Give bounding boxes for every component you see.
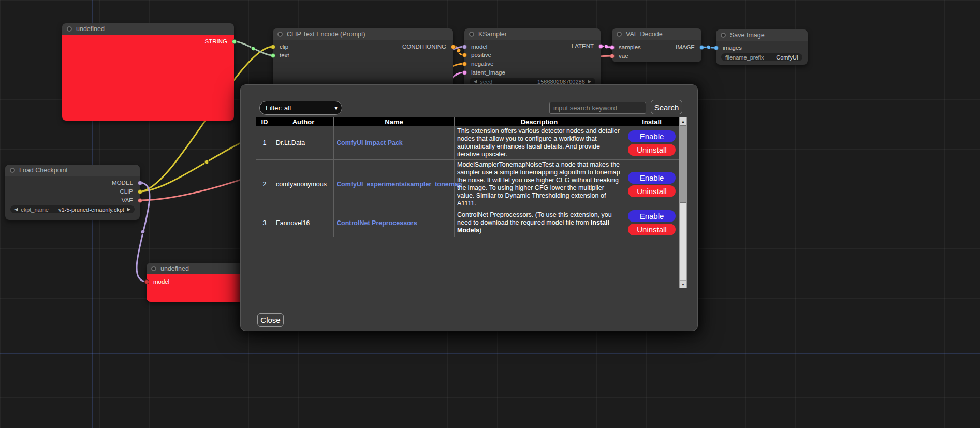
output-port-image[interactable] (699, 45, 704, 50)
widget-value: v1-5-pruned-emaonly.ckpt (58, 206, 124, 213)
output-port-model[interactable] (138, 181, 142, 185)
widget-label: ckpt_name (21, 206, 49, 213)
decrement-arrow-icon[interactable]: ◀ (474, 80, 477, 84)
enable-button[interactable]: Enable (628, 210, 676, 222)
header-id: ID (256, 117, 273, 126)
node-title-bar[interactable]: VAE Decode (612, 28, 701, 40)
previous-arrow-icon[interactable]: ◀ (14, 208, 18, 212)
port-label-vae: vae (619, 53, 628, 59)
extension-id: 1 (256, 126, 273, 160)
extension-link[interactable]: ComfyUI_experiments/sampler_tonemap (337, 181, 462, 188)
search-input[interactable] (549, 102, 646, 114)
enable-button[interactable]: Enable (628, 130, 676, 142)
ckpt-name-widget[interactable]: ◀ ckpt_name v1-5-pruned-emaonly.ckpt ▶ (10, 205, 135, 213)
input-port-vae[interactable] (610, 54, 615, 58)
extension-author: Fannovel16 (273, 209, 334, 237)
output-port-clip[interactable] (138, 189, 142, 194)
link-dot (251, 47, 255, 51)
extension-id: 3 (256, 209, 273, 237)
output-port-latent[interactable] (598, 44, 603, 49)
node-title: Save Image (730, 32, 765, 39)
uninstall-button[interactable]: Uninstall (628, 224, 676, 235)
node-title-bar[interactable]: undefined (62, 23, 234, 35)
input-port-samples[interactable] (610, 45, 615, 50)
node-title: VAE Decode (626, 31, 663, 38)
node-title: CLIP Text Encode (Prompt) (287, 31, 365, 38)
input-port-clip[interactable] (271, 45, 275, 49)
extension-link[interactable]: ComfyUI Impact Pack (337, 139, 403, 146)
link-dot (457, 49, 461, 53)
extension-author: Dr.Lt.Data (273, 126, 334, 160)
search-button[interactable]: Search (651, 100, 682, 114)
extension-name-cell: ControlNet Preprocessors (334, 209, 455, 237)
node-title: undefined (160, 265, 189, 272)
extension-name-cell: ComfyUI Impact Pack (334, 126, 455, 160)
node-save-image[interactable]: Save Image images filename_prefix ComfyU… (716, 29, 808, 65)
extension-name-cell: ComfyUI_experiments/sampler_tonemap (334, 160, 455, 209)
extension-row: 3Fannovel16ControlNet PreprocessorsContr… (256, 209, 680, 237)
output-port-string[interactable] (232, 39, 237, 44)
node-load-checkpoint[interactable]: Load Checkpoint MODEL CLIP VAE ◀ ckpt_na… (5, 165, 140, 220)
uninstall-button[interactable]: Uninstall (628, 185, 676, 197)
enable-button[interactable]: Enable (628, 172, 676, 184)
input-port-model[interactable] (144, 279, 149, 284)
filter-select[interactable]: Filter: all (259, 101, 342, 115)
port-label-negative: negative (471, 61, 493, 67)
link-dot (141, 230, 145, 234)
close-button[interactable]: Close (257, 313, 284, 327)
extension-manager-dialog: Filter: all ▾ Search ID Author Name Desc… (240, 84, 698, 331)
input-port-negative[interactable] (462, 62, 467, 66)
input-port-text[interactable] (271, 53, 275, 58)
input-port-latent-image[interactable] (462, 70, 467, 75)
input-port-model[interactable] (462, 45, 467, 49)
port-label-image: IMAGE (676, 44, 695, 50)
collapse-dot-icon[interactable] (617, 32, 622, 37)
port-label-samples: samples (619, 44, 641, 50)
extension-author: comfyanonymous (273, 160, 334, 209)
port-label-model: model (153, 278, 169, 285)
node-title-bar[interactable]: KSampler (464, 28, 601, 40)
port-label-model: model (471, 43, 487, 50)
next-arrow-icon[interactable]: ▶ (127, 208, 130, 212)
header-name: Name (334, 117, 455, 126)
link-dot (604, 45, 608, 49)
scrollbar[interactable]: ▲ ▼ (679, 117, 687, 288)
node-title-bar[interactable]: Load Checkpoint (5, 165, 140, 176)
node-vae-decode[interactable]: VAE Decode samples vae IMAGE (612, 28, 701, 62)
increment-arrow-icon[interactable]: ▶ (588, 80, 591, 84)
collapse-dot-icon[interactable] (67, 26, 72, 32)
extension-install-cell: EnableUninstall (624, 209, 680, 237)
node-title-bar[interactable]: CLIP Text Encode (Prompt) (273, 28, 453, 40)
scroll-up-button[interactable]: ▲ (680, 117, 686, 125)
port-label-positive: positive (471, 52, 491, 58)
collapse-dot-icon[interactable] (151, 266, 156, 271)
port-label-conditioning: CONDITIONING (402, 43, 446, 50)
port-label-text: text (280, 52, 289, 58)
scroll-down-button[interactable]: ▼ (680, 280, 686, 288)
node-title: undefined (76, 25, 105, 33)
port-label-clip: clip (280, 43, 288, 50)
input-port-positive[interactable] (462, 53, 467, 57)
filename-prefix-widget[interactable]: filename_prefix ComfyUI (721, 53, 802, 61)
scroll-thumb[interactable] (680, 125, 686, 203)
port-label-images: images (723, 45, 742, 51)
output-port-conditioning[interactable] (451, 45, 456, 49)
node-title-bar[interactable]: Save Image (716, 29, 808, 41)
extension-link[interactable]: ControlNet Preprocessors (337, 219, 417, 227)
node-clip-text-encode[interactable]: CLIP Text Encode (Prompt) clip text COND… (273, 28, 453, 91)
collapse-dot-icon[interactable] (10, 168, 15, 173)
scroll-track[interactable] (680, 125, 686, 280)
header-description: Description (455, 117, 624, 126)
link-dot (204, 160, 209, 164)
port-label-string: STRING (205, 38, 227, 45)
uninstall-button[interactable]: Uninstall (628, 144, 676, 156)
node-undefined-top[interactable]: undefined STRING (62, 23, 234, 121)
collapse-dot-icon[interactable] (469, 32, 474, 37)
input-port-images[interactable] (714, 46, 719, 50)
output-port-vae[interactable] (138, 198, 142, 203)
header-install: Install (624, 117, 680, 126)
collapse-dot-icon[interactable] (721, 33, 726, 38)
extension-description: ModelSamplerTonemapNoiseTest a node that… (455, 160, 624, 209)
collapse-dot-icon[interactable] (277, 32, 283, 37)
extension-description: This extension offers various detector n… (455, 126, 624, 160)
